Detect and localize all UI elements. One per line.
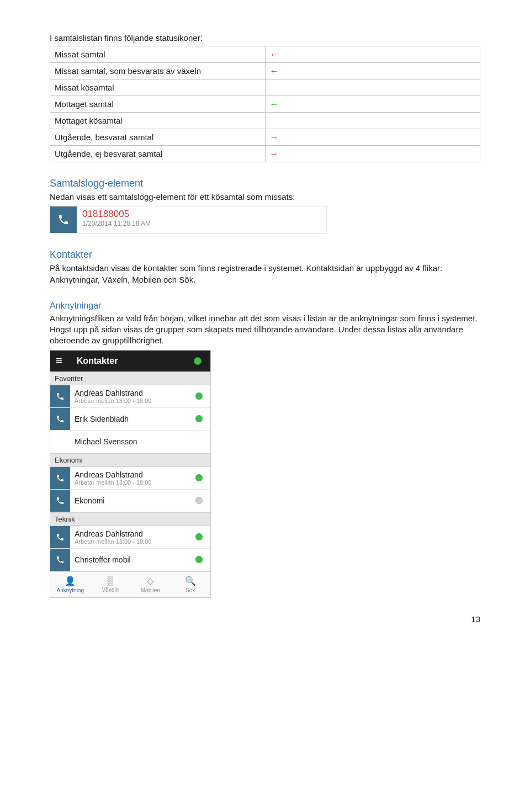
presence-dot-icon (195, 556, 203, 563)
presence-dot-icon (195, 497, 203, 504)
section-text-samtalslogg: Nedan visas ett samtalslogg-element för … (50, 192, 480, 203)
presence-dot-icon (195, 392, 203, 400)
status-icon-cell: → (265, 129, 480, 146)
arrow-icon: ← (270, 50, 279, 59)
contact-row[interactable]: Andreas DahlstrandArbetar mellan 13:00 -… (50, 467, 210, 490)
phone-tabbar: 👤Anknytning▒Växeln◇Mobilen🔍Sök (50, 571, 210, 597)
tab-label: Växeln (102, 587, 119, 593)
status-icon-cell: ← (265, 63, 480, 79)
section-heading-samtalslogg: Samtalslogg-element (50, 178, 480, 189)
presence-dot-icon (195, 533, 203, 540)
status-label: Mottaget kösamtal (50, 113, 266, 129)
group-header: Ekonomi (50, 453, 210, 467)
tab-sök[interactable]: 🔍Sök (171, 572, 211, 597)
call-button[interactable] (50, 549, 70, 571)
status-label: Utgående, besvarat samtal (50, 129, 266, 146)
status-intro-text: I samtalslistan finns följande statusiko… (50, 33, 480, 43)
contact-row[interactable]: Michael Svensson (50, 431, 210, 453)
phone-icon[interactable] (50, 206, 77, 233)
contact-row[interactable]: Andreas DahlstrandArbetar mellan 13:00 -… (50, 526, 210, 549)
group-header: Teknik (50, 512, 210, 526)
tab-label: Mobilen (141, 587, 160, 593)
arrow-icon: → (270, 150, 279, 158)
status-icon-cell: → (265, 146, 480, 162)
contacts-phone-screenshot: ≡ Kontakter FavoriterAndreas DahlstrandA… (50, 350, 211, 598)
sök-icon: 🔍 (185, 576, 196, 586)
call-button[interactable] (50, 408, 70, 430)
contact-name: Andreas Dahlstrand (75, 389, 191, 397)
group-header: Favoriter (50, 371, 210, 385)
call-button (50, 431, 70, 453)
contact-name: Erik Sidenbladh (75, 415, 191, 423)
arrow-icon: → (270, 133, 279, 142)
contact-name: Christoffer mobil (75, 555, 191, 564)
phone-svg-icon (57, 214, 70, 226)
tab-label: Anknytning (57, 587, 84, 593)
status-icon-cell (265, 79, 480, 96)
mobilen-icon: ◇ (147, 576, 153, 586)
contact-subtext: Arbetar mellan 13:00 - 18:00 (75, 538, 191, 545)
call-log-datetime: 1/20/2014 11:26:16 AM (82, 220, 322, 227)
presence-dot-icon (195, 415, 203, 422)
phone-topbar: ≡ Kontakter (50, 351, 210, 371)
status-label: Missat samtal (50, 46, 266, 63)
contact-subtext: Arbetar mellan 13:00 - 18:00 (75, 479, 191, 486)
contact-row[interactable]: Andreas DahlstrandArbetar mellan 13:00 -… (50, 385, 210, 408)
contact-name: Andreas Dahlstrand (75, 529, 191, 538)
call-button[interactable] (50, 526, 70, 548)
menu-icon[interactable]: ≡ (56, 354, 62, 367)
tab-växeln[interactable]: ▒Växeln (91, 572, 131, 597)
call-log-status-icon (313, 210, 321, 219)
call-button[interactable] (50, 385, 70, 407)
contact-row[interactable]: Erik Sidenbladh (50, 408, 210, 431)
presence-dot-icon (195, 474, 203, 481)
arrow-icon: ← (270, 67, 279, 76)
status-label: Missat samtal, som besvarats av växeln (50, 63, 266, 79)
status-icon-cell: ← (265, 96, 480, 113)
status-label: Missat kösamtal (50, 79, 266, 96)
call-button[interactable] (50, 490, 70, 512)
contact-row[interactable]: Ekonomi (50, 490, 210, 512)
page-number: 13 (50, 614, 480, 624)
anknytning-icon: 👤 (65, 576, 76, 586)
contact-subtext: Arbetar mellan 13:00 - 18:00 (75, 397, 191, 404)
call-button[interactable] (50, 467, 70, 489)
tab-mobilen[interactable]: ◇Mobilen (130, 572, 171, 597)
status-icon-cell: ← (265, 46, 480, 63)
presence-dot-icon (194, 357, 202, 365)
contact-row[interactable]: Christoffer mobil (50, 549, 210, 571)
kontakter-para1: På kontaktsidan visas de kontakter som f… (50, 263, 480, 285)
kontakter-para2: Anknytningsfliken är vald från början, v… (50, 313, 480, 347)
contact-name: Michael Svensson (75, 437, 206, 446)
phone-title: Kontakter (77, 356, 118, 366)
sub-heading-anknytningar: Anknytningar (50, 301, 480, 311)
call-log-element: 018188005 1/20/2014 11:26:16 AM (50, 206, 327, 233)
section-heading-kontakter: Kontakter (50, 249, 480, 261)
tab-label: Sök (186, 587, 195, 593)
call-log-number: 018188005 (82, 209, 322, 220)
tab-anknytning[interactable]: 👤Anknytning (50, 572, 91, 597)
status-icons-table: Missat samtal←Missat samtal, som besvara… (50, 46, 480, 162)
contact-name: Andreas Dahlstrand (75, 470, 191, 479)
växeln-icon: ▒ (107, 576, 113, 586)
contact-name: Ekonomi (75, 496, 191, 505)
status-label: Mottaget samtal (50, 96, 266, 113)
status-label: Utgående, ej besvarat samtal (50, 146, 266, 162)
status-icon-cell (265, 113, 480, 129)
arrow-icon: ← (270, 100, 279, 109)
